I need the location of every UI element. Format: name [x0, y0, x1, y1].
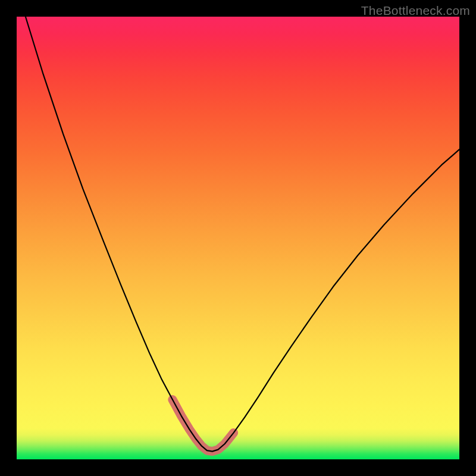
chart-frame: TheBottleneck.com: [0, 0, 476, 476]
plot-area: [17, 17, 459, 459]
watermark-text: TheBottleneck.com: [361, 4, 470, 18]
curve-svg: [17, 17, 459, 459]
bottleneck-curve: [26, 17, 459, 452]
